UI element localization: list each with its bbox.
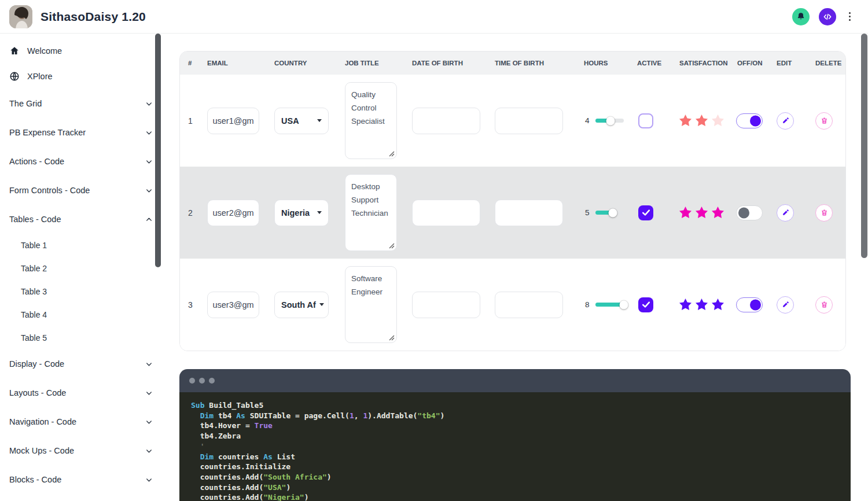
- job-title-textarea[interactable]: Desktop Support Technician: [345, 174, 397, 251]
- pencil-icon: [782, 301, 789, 308]
- slider-thumb[interactable]: [608, 208, 617, 217]
- sidebar-item-display-code[interactable]: Display - Code: [0, 349, 162, 378]
- time-of-birth-input[interactable]: [495, 292, 563, 318]
- star-icon[interactable]: [678, 297, 693, 312]
- delete-button[interactable]: [815, 112, 833, 130]
- sidebar-item-actions-code[interactable]: Actions - Code: [0, 147, 162, 176]
- on-off-toggle[interactable]: [736, 205, 763, 220]
- code-icon: [823, 12, 832, 21]
- sidebar-item-tables-code[interactable]: Tables - Code: [0, 205, 162, 234]
- code-token: 1: [350, 411, 354, 420]
- avatar-image: [9, 5, 32, 28]
- resize-handle-icon: [389, 151, 395, 157]
- date-of-birth-cell: [412, 108, 495, 134]
- country-select[interactable]: South Af: [274, 292, 329, 318]
- edit-button[interactable]: [777, 296, 794, 314]
- satisfaction-cell: [675, 205, 733, 220]
- on-off-toggle[interactable]: [736, 297, 763, 312]
- sidebar-item-the-grid[interactable]: The Grid: [0, 89, 162, 118]
- job-title-textarea[interactable]: Software Engineer: [345, 266, 397, 343]
- active-cell: [632, 113, 675, 128]
- table-row: 3user3@gmSouth AfSoftware Engineer8: [180, 259, 845, 351]
- avatar[interactable]: [9, 5, 32, 28]
- column-header-hours: HOURS: [579, 60, 632, 67]
- chevron-down-icon: [145, 389, 153, 397]
- code-token: "Nigeria": [263, 493, 304, 501]
- active-checkbox[interactable]: [638, 297, 653, 312]
- code-view-button[interactable]: [819, 8, 836, 25]
- window-scrollbar-thumb[interactable]: [861, 34, 867, 258]
- globe-icon: [9, 71, 20, 82]
- sidebar-subitem-table-2[interactable]: Table 2: [0, 257, 162, 280]
- toggle-knob: [738, 207, 749, 218]
- sidebar-item-welcome[interactable]: Welcome: [0, 38, 162, 64]
- star-icon[interactable]: [678, 205, 693, 220]
- sidebar-subitem-table-4[interactable]: Table 4: [0, 303, 162, 326]
- sidebar-item-form-controls-code[interactable]: Form Controls - Code: [0, 176, 162, 205]
- country-select[interactable]: Nigeria: [274, 200, 329, 226]
- active-checkbox[interactable]: [638, 205, 653, 220]
- slider-thumb[interactable]: [606, 116, 615, 125]
- star-icon[interactable]: [711, 205, 725, 220]
- hours-slider[interactable]: [595, 211, 624, 215]
- hours-slider[interactable]: [595, 303, 624, 307]
- row-number-cell: 3: [180, 300, 207, 310]
- app-header: SithasoDaisy 1.20: [0, 0, 868, 34]
- email-input[interactable]: user3@gm: [207, 292, 259, 318]
- job-title-textarea[interactable]: Quality Control Specialist: [345, 82, 397, 159]
- email-input[interactable]: user1@gm: [207, 108, 259, 134]
- hours-slider[interactable]: [595, 119, 624, 123]
- on-off-toggle[interactable]: [736, 113, 763, 128]
- sidebar-item-xplore[interactable]: XPlore: [0, 64, 162, 89]
- sidebar-subitem-table-1[interactable]: Table 1: [0, 234, 162, 257]
- sidebar-scrollbar[interactable]: [155, 34, 161, 267]
- edit-button[interactable]: [777, 204, 794, 222]
- table-row: 2user2@gmNigeriaDesktop Support Technici…: [180, 167, 845, 259]
- star-icon[interactable]: [694, 297, 709, 312]
- delete-button[interactable]: [815, 296, 833, 314]
- active-checkbox[interactable]: [638, 113, 653, 128]
- table-header-row: #EMAILCOUNTRYJOB TITLEDATE OF BIRTHTIME …: [180, 51, 845, 75]
- column-header-: #: [180, 60, 207, 67]
- country-select[interactable]: USA: [274, 108, 329, 134]
- sidebar-item-label: Mock Ups - Code: [9, 446, 74, 455]
- sidebar-item-blocks-code[interactable]: Blocks - Code: [0, 465, 162, 494]
- slider-thumb[interactable]: [619, 300, 628, 309]
- time-of-birth-input[interactable]: [495, 200, 563, 226]
- code-token: ): [327, 473, 332, 481]
- sidebar-item-layouts-code[interactable]: Layouts - Code: [0, 378, 162, 407]
- kebab-menu-icon[interactable]: [845, 10, 855, 24]
- time-of-birth-input[interactable]: [495, 108, 563, 134]
- sidebar-item-navigation-code[interactable]: Navigation - Code: [0, 407, 162, 436]
- date-of-birth-input[interactable]: [412, 200, 480, 226]
- star-icon[interactable]: [678, 113, 693, 128]
- star-icon[interactable]: [694, 205, 709, 220]
- edit-button[interactable]: [777, 112, 794, 130]
- star-icon[interactable]: [711, 113, 725, 128]
- date-of-birth-input[interactable]: [412, 292, 480, 318]
- job-title-cell: Quality Control Specialist: [345, 82, 412, 159]
- sidebar-subitem-table-3[interactable]: Table 3: [0, 280, 162, 303]
- satisfaction-rating: [678, 205, 733, 220]
- sidebar-item-mock-ups-code[interactable]: Mock Ups - Code: [0, 436, 162, 465]
- window-dot-icon: [199, 378, 205, 384]
- sidebar-subitem-table-5[interactable]: Table 5: [0, 326, 162, 349]
- sidebar-subitem-label: Table 2: [21, 264, 47, 273]
- code-token: tb4.Hover =: [191, 421, 255, 430]
- table-row: 1user1@gmUSAQuality Control Specialist4: [180, 75, 845, 167]
- star-icon[interactable]: [711, 297, 725, 312]
- chevron-down-icon: [145, 187, 153, 194]
- email-input[interactable]: user2@gm: [207, 200, 259, 226]
- sidebar-subitem-label: Table 3: [21, 287, 47, 296]
- code-token: True: [255, 421, 273, 430]
- delete-button[interactable]: [815, 204, 833, 222]
- code-line: Dim countries As List: [191, 452, 839, 462]
- notifications-button[interactable]: [792, 8, 810, 25]
- code-token: Build_Table5: [204, 401, 263, 410]
- code-token: countries: [214, 452, 263, 461]
- column-header-active: ACTIVE: [632, 60, 675, 67]
- date-of-birth-input[interactable]: [412, 108, 480, 134]
- code-token: ).AddTable(: [367, 411, 417, 420]
- star-icon[interactable]: [694, 113, 709, 128]
- sidebar-item-pb-expense-tracker[interactable]: PB Expense Tracker: [0, 118, 162, 147]
